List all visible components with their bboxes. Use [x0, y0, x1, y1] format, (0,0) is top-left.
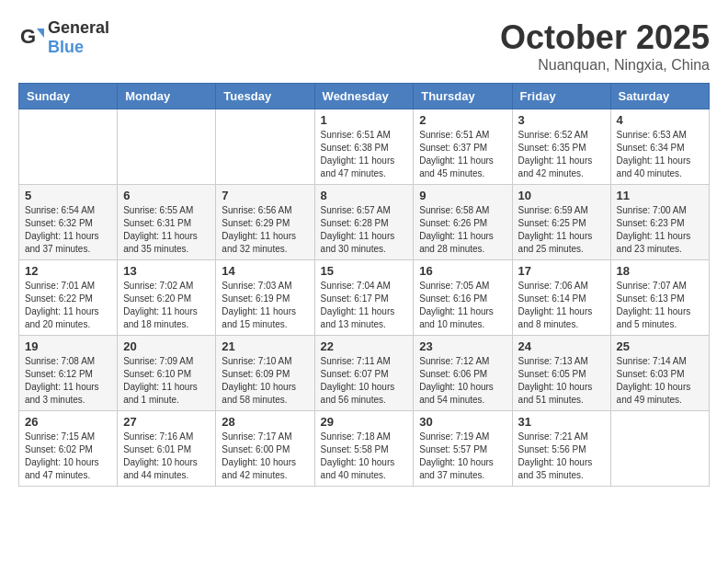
- day-info: Sunrise: 6:57 AM Sunset: 6:28 PM Dayligh…: [321, 204, 408, 256]
- calendar-cell: 27Sunrise: 7:16 AM Sunset: 6:01 PM Dayli…: [118, 411, 216, 487]
- calendar-cell: 14Sunrise: 7:03 AM Sunset: 6:19 PM Dayli…: [216, 260, 314, 336]
- week-row-2: 5Sunrise: 6:54 AM Sunset: 6:32 PM Daylig…: [19, 185, 710, 260]
- calendar-cell: 30Sunrise: 7:19 AM Sunset: 5:57 PM Dayli…: [414, 411, 512, 487]
- week-row-3: 12Sunrise: 7:01 AM Sunset: 6:22 PM Dayli…: [19, 260, 710, 336]
- day-info: Sunrise: 7:17 AM Sunset: 6:00 PM Dayligh…: [222, 431, 308, 482]
- day-number: 21: [222, 339, 308, 353]
- logo: G General Blue: [18, 18, 109, 57]
- logo-text: General Blue: [48, 18, 109, 57]
- calendar-header-row: SundayMondayTuesdayWednesdayThursdayFrid…: [19, 84, 710, 109]
- calendar-cell: 4Sunrise: 6:53 AM Sunset: 6:34 PM Daylig…: [610, 109, 709, 185]
- calendar-cell: 16Sunrise: 7:05 AM Sunset: 6:16 PM Dayli…: [414, 260, 512, 336]
- calendar-cell: 2Sunrise: 6:51 AM Sunset: 6:37 PM Daylig…: [414, 109, 512, 185]
- day-number: 20: [123, 339, 210, 353]
- day-number: 3: [518, 113, 605, 127]
- day-number: 9: [419, 189, 506, 202]
- day-header-thursday: Thursday: [414, 84, 512, 109]
- day-info: Sunrise: 6:53 AM Sunset: 6:34 PM Dayligh…: [617, 129, 703, 180]
- day-info: Sunrise: 7:16 AM Sunset: 6:01 PM Dayligh…: [123, 431, 210, 482]
- calendar-cell: 25Sunrise: 7:14 AM Sunset: 6:03 PM Dayli…: [610, 336, 709, 411]
- day-number: 14: [222, 264, 308, 278]
- calendar-cell: 9Sunrise: 6:58 AM Sunset: 6:26 PM Daylig…: [414, 185, 512, 260]
- day-header-friday: Friday: [512, 84, 610, 109]
- calendar-cell: 29Sunrise: 7:18 AM Sunset: 5:58 PM Dayli…: [314, 411, 414, 487]
- calendar-cell: 13Sunrise: 7:02 AM Sunset: 6:20 PM Dayli…: [118, 260, 216, 336]
- calendar-cell: 7Sunrise: 6:56 AM Sunset: 6:29 PM Daylig…: [216, 185, 314, 260]
- calendar-cell: 28Sunrise: 7:17 AM Sunset: 6:00 PM Dayli…: [216, 411, 314, 487]
- day-info: Sunrise: 6:51 AM Sunset: 6:38 PM Dayligh…: [321, 129, 408, 180]
- day-info: Sunrise: 7:11 AM Sunset: 6:07 PM Dayligh…: [321, 355, 408, 407]
- location: Nuanquan, Ningxia, China: [500, 57, 710, 74]
- day-number: 24: [518, 339, 605, 353]
- calendar-cell: 17Sunrise: 7:06 AM Sunset: 6:14 PM Dayli…: [512, 260, 610, 336]
- week-row-5: 26Sunrise: 7:15 AM Sunset: 6:02 PM Dayli…: [19, 411, 710, 487]
- calendar-body: 1Sunrise: 6:51 AM Sunset: 6:38 PM Daylig…: [19, 109, 710, 487]
- day-info: Sunrise: 7:07 AM Sunset: 6:13 PM Dayligh…: [617, 280, 703, 331]
- day-number: 28: [222, 415, 308, 429]
- month-title: October 2025: [500, 18, 710, 57]
- calendar-cell: 20Sunrise: 7:09 AM Sunset: 6:10 PM Dayli…: [118, 336, 216, 411]
- day-info: Sunrise: 6:56 AM Sunset: 6:29 PM Dayligh…: [222, 204, 308, 256]
- title-area: October 2025 Nuanquan, Ningxia, China: [500, 18, 710, 74]
- calendar-cell: 19Sunrise: 7:08 AM Sunset: 6:12 PM Dayli…: [19, 336, 118, 411]
- day-number: 8: [321, 189, 408, 202]
- week-row-4: 19Sunrise: 7:08 AM Sunset: 6:12 PM Dayli…: [19, 336, 710, 411]
- day-info: Sunrise: 7:15 AM Sunset: 6:02 PM Dayligh…: [25, 431, 111, 482]
- calendar-cell: 6Sunrise: 6:55 AM Sunset: 6:31 PM Daylig…: [118, 185, 216, 260]
- day-number: 15: [321, 264, 408, 278]
- calendar-cell: 21Sunrise: 7:10 AM Sunset: 6:09 PM Dayli…: [216, 336, 314, 411]
- day-header-tuesday: Tuesday: [216, 84, 314, 109]
- calendar-cell: 15Sunrise: 7:04 AM Sunset: 6:17 PM Dayli…: [314, 260, 414, 336]
- day-info: Sunrise: 7:05 AM Sunset: 6:16 PM Dayligh…: [419, 280, 506, 331]
- day-number: 25: [617, 339, 703, 353]
- calendar-cell: [19, 109, 118, 185]
- day-header-monday: Monday: [118, 84, 216, 109]
- day-info: Sunrise: 6:58 AM Sunset: 6:26 PM Dayligh…: [419, 204, 506, 256]
- day-number: 13: [123, 264, 210, 278]
- day-number: 31: [518, 415, 605, 429]
- day-info: Sunrise: 7:06 AM Sunset: 6:14 PM Dayligh…: [518, 280, 605, 331]
- logo-general: General: [48, 18, 109, 37]
- day-number: 19: [25, 339, 111, 353]
- day-header-wednesday: Wednesday: [314, 84, 414, 109]
- day-info: Sunrise: 7:03 AM Sunset: 6:19 PM Dayligh…: [222, 280, 308, 331]
- day-number: 29: [321, 415, 408, 429]
- calendar-cell: 5Sunrise: 6:54 AM Sunset: 6:32 PM Daylig…: [19, 185, 118, 260]
- calendar-cell: 31Sunrise: 7:21 AM Sunset: 5:56 PM Dayli…: [512, 411, 610, 487]
- day-info: Sunrise: 7:13 AM Sunset: 6:05 PM Dayligh…: [518, 355, 605, 407]
- day-info: Sunrise: 7:19 AM Sunset: 5:57 PM Dayligh…: [419, 431, 506, 482]
- day-number: 2: [419, 113, 506, 127]
- calendar-cell: [118, 109, 216, 185]
- day-number: 17: [518, 264, 605, 278]
- svg-text:G: G: [20, 25, 36, 48]
- calendar-cell: 24Sunrise: 7:13 AM Sunset: 6:05 PM Dayli…: [512, 336, 610, 411]
- svg-marker-1: [37, 29, 44, 38]
- day-info: Sunrise: 7:18 AM Sunset: 5:58 PM Dayligh…: [321, 431, 408, 482]
- calendar-cell: 26Sunrise: 7:15 AM Sunset: 6:02 PM Dayli…: [19, 411, 118, 487]
- day-info: Sunrise: 7:01 AM Sunset: 6:22 PM Dayligh…: [25, 280, 111, 331]
- day-number: 18: [617, 264, 703, 278]
- calendar-cell: 1Sunrise: 6:51 AM Sunset: 6:38 PM Daylig…: [314, 109, 414, 185]
- day-number: 4: [617, 113, 703, 127]
- day-number: 26: [25, 415, 111, 429]
- day-info: Sunrise: 7:08 AM Sunset: 6:12 PM Dayligh…: [25, 355, 111, 407]
- calendar-cell: 12Sunrise: 7:01 AM Sunset: 6:22 PM Dayli…: [19, 260, 118, 336]
- day-header-sunday: Sunday: [19, 84, 118, 109]
- day-number: 1: [321, 113, 408, 127]
- calendar-cell: 22Sunrise: 7:11 AM Sunset: 6:07 PM Dayli…: [314, 336, 414, 411]
- day-info: Sunrise: 7:02 AM Sunset: 6:20 PM Dayligh…: [123, 280, 210, 331]
- week-row-1: 1Sunrise: 6:51 AM Sunset: 6:38 PM Daylig…: [19, 109, 710, 185]
- day-info: Sunrise: 6:51 AM Sunset: 6:37 PM Dayligh…: [419, 129, 506, 180]
- calendar-cell: 23Sunrise: 7:12 AM Sunset: 6:06 PM Dayli…: [414, 336, 512, 411]
- calendar-cell: 18Sunrise: 7:07 AM Sunset: 6:13 PM Dayli…: [610, 260, 709, 336]
- day-info: Sunrise: 7:10 AM Sunset: 6:09 PM Dayligh…: [222, 355, 308, 407]
- calendar-cell: 3Sunrise: 6:52 AM Sunset: 6:35 PM Daylig…: [512, 109, 610, 185]
- day-number: 6: [123, 189, 210, 202]
- day-info: Sunrise: 6:52 AM Sunset: 6:35 PM Dayligh…: [518, 129, 605, 180]
- day-info: Sunrise: 6:55 AM Sunset: 6:31 PM Dayligh…: [123, 204, 210, 256]
- day-info: Sunrise: 7:00 AM Sunset: 6:23 PM Dayligh…: [617, 204, 703, 256]
- logo-icon: G: [18, 25, 44, 51]
- day-info: Sunrise: 7:09 AM Sunset: 6:10 PM Dayligh…: [123, 355, 210, 407]
- day-number: 23: [419, 339, 506, 353]
- day-number: 7: [222, 189, 308, 202]
